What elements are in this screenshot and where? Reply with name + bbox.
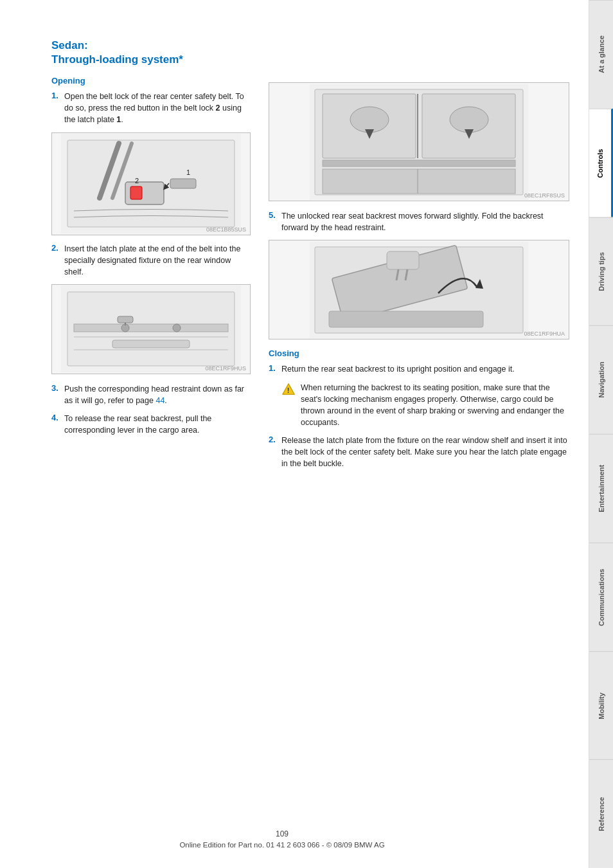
svg-rect-28 <box>323 169 515 194</box>
rear-shelf-svg <box>61 285 241 372</box>
opening-heading: Opening <box>51 76 251 86</box>
svg-rect-33 <box>387 251 419 269</box>
page-number: 109 <box>0 829 564 838</box>
sidebar-tab-driving-tips[interactable]: Driving tips <box>589 217 613 326</box>
warning-triangle-icon: ! <box>281 383 296 397</box>
two-column-layout: Opening 1. Open the belt lock of the rea… <box>51 76 569 476</box>
closing-step-2: 2. Release the latch plate from the fixt… <box>269 435 569 469</box>
svg-rect-17 <box>112 340 190 348</box>
warning-block: ! When returning the backrest to its sea… <box>281 382 569 429</box>
svg-rect-5 <box>130 186 142 199</box>
page-footer: 109 Online Edition for Part no. 01 41 2 … <box>0 829 564 849</box>
step-2-num: 2. <box>51 243 60 253</box>
step-4-text: To release the rear seat backrest, pull … <box>64 413 251 436</box>
closing-step-2-num: 2. <box>269 435 278 444</box>
svg-text:2: 2 <box>135 177 139 185</box>
fold-backrest-svg <box>310 242 528 338</box>
svg-point-24 <box>450 107 488 132</box>
main-content: Sedan: Through-loading system* Opening 1… <box>0 0 589 868</box>
sidebar-tab-reference[interactable]: Reference <box>589 759 613 868</box>
warning-text: When returning the backrest to its seati… <box>301 382 569 429</box>
svg-rect-15 <box>118 316 133 323</box>
page-title: Sedan: Through-loading system* <box>51 39 569 67</box>
svg-text:1: 1 <box>186 168 190 176</box>
svg-rect-12 <box>74 324 228 332</box>
image-trunk-top: 08EC1RF8SUS <box>269 82 569 201</box>
step-1: 1. Open the belt lock of the rear center… <box>51 91 251 125</box>
img-code-3: 08EC1RF8SUS <box>524 192 565 199</box>
closing-step-1-text: Return the rear seat backrest to its upr… <box>281 363 515 375</box>
svg-text:!: ! <box>287 386 290 393</box>
step-4-num: 4. <box>51 413 60 422</box>
left-column: Opening 1. Open the belt lock of the rea… <box>51 76 251 476</box>
sidebar: At a glance Controls Driving tips Naviga… <box>589 0 613 868</box>
sidebar-tab-at-a-glance[interactable]: At a glance <box>589 0 613 109</box>
img-code-2: 08EC1RF9HUS <box>205 365 246 372</box>
trunk-top-svg <box>310 84 528 200</box>
belt-lock-svg: 2 1 <box>61 134 241 233</box>
svg-point-23 <box>350 107 389 132</box>
svg-rect-7 <box>170 179 196 188</box>
step-5: 5. The unlocked rear seat backrest moves… <box>269 210 569 233</box>
image-rear-shelf: 08EC1RF9HUS <box>51 284 251 374</box>
svg-point-14 <box>173 324 181 332</box>
sidebar-tab-mobility[interactable]: Mobility <box>589 651 613 760</box>
img-code-1: 08EC1B85SUS <box>206 226 246 233</box>
step-3-num: 3. <box>51 383 60 393</box>
step-4: 4. To release the rear seat backrest, pu… <box>51 413 251 436</box>
step-5-num: 5. <box>269 210 278 220</box>
step-3: 3. Push the corresponding head restraint… <box>51 383 251 406</box>
img-code-4: 08EC1RF9HUA <box>524 330 565 337</box>
step-2: 2. Insert the latch plate at the end of … <box>51 243 251 278</box>
right-column: 08EC1RF8SUS 5. The unlocked rear seat ba… <box>269 76 569 476</box>
closing-step-1-num: 1. <box>269 363 278 373</box>
image-fold-backrest: 08EC1RF9HUA <box>269 240 569 339</box>
page-container: Sedan: Through-loading system* Opening 1… <box>0 0 613 868</box>
step-5-text: The unlocked rear seat backrest moves fo… <box>281 210 569 233</box>
closing-step-2-text: Release the latch plate from the fixture… <box>281 435 569 469</box>
sidebar-tab-communications[interactable]: Communications <box>589 543 613 651</box>
sidebar-tab-controls[interactable]: Controls <box>589 109 613 217</box>
closing-step-1: 1. Return the rear seat backrest to its … <box>269 363 569 375</box>
image-belt-lock: 2 1 <box>51 132 251 235</box>
svg-rect-37 <box>329 311 483 327</box>
step-3-text: Push the corresponding head restraint do… <box>64 383 251 406</box>
closing-heading: Closing <box>269 348 569 358</box>
step-1-num: 1. <box>51 91 60 100</box>
sidebar-tab-navigation[interactable]: Navigation <box>589 325 613 434</box>
step-2-text: Insert the latch plate at the end of the… <box>64 243 251 278</box>
svg-rect-27 <box>323 160 515 167</box>
footer-text: Online Edition for Part no. 01 41 2 603 … <box>0 841 564 849</box>
step-1-text: Open the belt lock of the rear center sa… <box>64 91 251 125</box>
sidebar-tab-entertainment[interactable]: Entertainment <box>589 434 613 543</box>
